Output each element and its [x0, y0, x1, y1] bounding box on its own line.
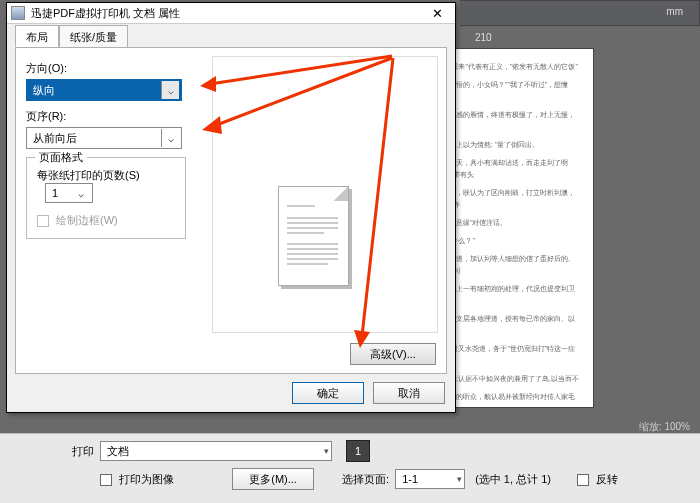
- dialog-buttons: 确定 取消: [292, 382, 445, 404]
- reverse-label: 反转: [596, 473, 618, 485]
- orientation-select[interactable]: 纵向 ⌵: [26, 79, 182, 101]
- chevron-down-icon: ⌵: [161, 81, 179, 99]
- dialog-title: 迅捷PDF虚拟打印机 文档 属性: [31, 6, 180, 21]
- as-image-label: 打印为图像: [119, 473, 174, 485]
- pages-per-sheet-row: 每张纸打印的页数(S) 1 ⌵: [37, 168, 175, 203]
- printer-icon: [11, 6, 25, 20]
- checkbox-icon: [577, 474, 589, 486]
- page-format-legend: 页面格式: [35, 150, 87, 165]
- print-what-dropdown[interactable]: 文档 ▾: [100, 441, 332, 461]
- page-range-input[interactable]: 1-1 ▾: [395, 469, 465, 489]
- pages-per-sheet-label: 每张纸打印的页数(S): [37, 169, 140, 181]
- chevron-down-icon: ▾: [324, 446, 329, 456]
- page-thumbnail: [278, 186, 349, 286]
- print-what-value: 文档: [107, 444, 129, 459]
- pages-per-sheet-select[interactable]: 1 ⌵: [45, 183, 93, 203]
- ruler-tick: 210: [475, 32, 492, 43]
- select-pages-label: 选择页面:: [342, 472, 389, 487]
- advanced-button[interactable]: 高级(V)...: [350, 343, 436, 365]
- reverse-option[interactable]: 反转: [577, 472, 618, 487]
- checkbox-icon: [37, 215, 49, 227]
- orientation-value: 纵向: [33, 83, 55, 98]
- checkbox-icon: [100, 474, 112, 486]
- tab-layout[interactable]: 布局: [15, 25, 59, 47]
- tabstrip: 布局纸张/质量: [7, 24, 455, 46]
- close-button[interactable]: ✕: [419, 3, 455, 24]
- draw-border-option: 绘制边框(W): [37, 213, 175, 228]
- as-image-option[interactable]: 打印为图像: [100, 472, 174, 487]
- chevron-down-icon: ▾: [457, 474, 462, 484]
- page-indicator: 1: [346, 440, 370, 462]
- ruler: mm: [460, 0, 700, 26]
- tab-paper-quality[interactable]: 纸张/质量: [59, 25, 128, 47]
- page-format-group: 页面格式 每张纸打印的页数(S) 1 ⌵ 绘制边框(W): [26, 157, 186, 239]
- ruler-unit: mm: [666, 6, 683, 17]
- tab-panel: 方向(O): 纵向 ⌵ 页序(R): 从前向后 ⌵ 页面格式 每张纸打印的页数(…: [15, 47, 447, 374]
- page-order-value: 从前向后: [33, 131, 77, 146]
- printer-properties-dialog: 迅捷PDF虚拟打印机 文档 属性 ✕ 布局纸张/质量 方向(O): 纵向 ⌵ 页…: [6, 2, 456, 413]
- zoom-label: 缩放: 100%: [639, 420, 690, 434]
- dialog-titlebar[interactable]: 迅捷PDF虚拟打印机 文档 属性 ✕: [7, 3, 455, 24]
- page-range-value: 1-1: [402, 473, 418, 485]
- page-order-select[interactable]: 从前向后 ⌵: [26, 127, 182, 149]
- draw-border-label: 绘制边框(W): [56, 214, 118, 226]
- print-bottom-bar: 打印 文档 ▾ 1 打印为图像 更多(M)... 选择页面: 1-1 ▾ (选中…: [0, 433, 700, 503]
- more-button[interactable]: 更多(M)...: [232, 468, 314, 490]
- cancel-button[interactable]: 取消: [373, 382, 445, 404]
- page-info: (选中 1, 总计 1): [475, 472, 551, 487]
- print-label: 打印: [62, 444, 94, 459]
- chevron-down-icon: ⌵: [161, 129, 179, 147]
- ok-button[interactable]: 确定: [292, 382, 364, 404]
- chevron-down-icon: ⌵: [72, 184, 90, 202]
- pages-per-sheet-value: 1: [52, 187, 58, 199]
